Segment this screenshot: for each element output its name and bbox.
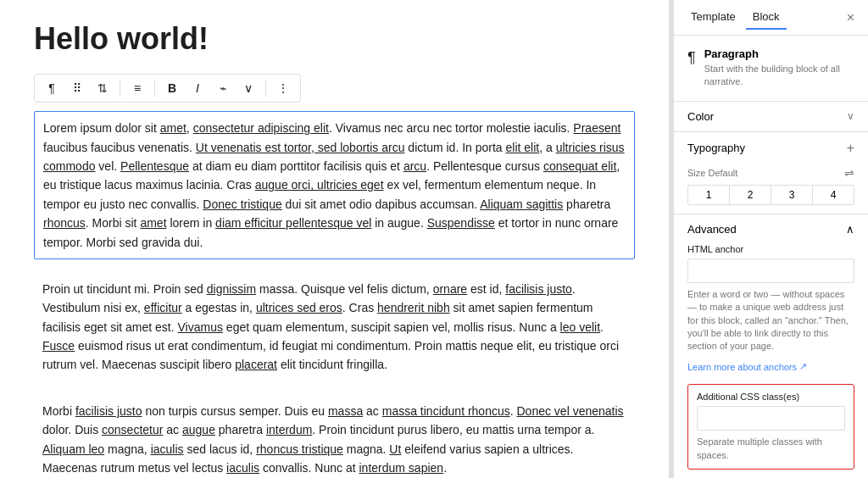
- sidebar: Template Block × ¶ Paragraph Start with …: [673, 0, 868, 478]
- tab-template[interactable]: Template: [684, 5, 743, 30]
- paragraph-block-3[interactable]: Morbi facilisis justo non turpis cursus …: [34, 395, 635, 478]
- tab-block[interactable]: Block: [746, 5, 787, 30]
- more-icon: ⋮: [277, 81, 289, 95]
- close-button[interactable]: ×: [843, 7, 858, 29]
- bold-button[interactable]: B: [160, 76, 184, 100]
- sidebar-header: Template Block ×: [674, 0, 868, 36]
- paragraph-block-2[interactable]: Proin ut tincidunt mi. Proin sed digniss…: [34, 273, 635, 381]
- size-label: Size Default: [687, 168, 839, 178]
- drag-tool-button[interactable]: ⇅: [91, 76, 114, 100]
- color-collapse-icon: ∨: [847, 110, 854, 122]
- italic-button[interactable]: I: [186, 76, 209, 100]
- css-classes-hint: Separate multiple classes with spaces.: [697, 436, 845, 462]
- typography-size-row: Size Default ⇌: [674, 164, 868, 185]
- css-classes-label: Additional CSS class(es): [697, 392, 845, 402]
- size-preset-2[interactable]: 2: [730, 186, 771, 204]
- typography-add-button[interactable]: +: [847, 141, 854, 156]
- advanced-collapse-icon: ∧: [846, 223, 854, 236]
- block-toolbar: ¶ ⠿ ⇅ ≡ B I ⌁ ∨ ⋮: [34, 74, 301, 103]
- link-dropdown-button[interactable]: ∨: [236, 76, 260, 100]
- align-tool-button[interactable]: ≡: [125, 76, 149, 100]
- toolbar-divider-3: [265, 80, 266, 97]
- paragraph-tool-button[interactable]: ¶: [40, 76, 64, 100]
- html-anchor-input[interactable]: [687, 258, 854, 283]
- typography-header[interactable]: Typography +: [674, 132, 868, 164]
- advanced-content: HTML anchor Enter a word or two — withou…: [674, 244, 868, 478]
- drag-icon: ⇅: [97, 81, 108, 95]
- learn-more-text: Learn more about anchors: [687, 362, 797, 372]
- paragraph-text-3: Morbi facilisis justo non turpis cursus …: [42, 402, 626, 478]
- align-icon: ≡: [134, 81, 141, 95]
- color-panel-header[interactable]: Color ∨: [674, 102, 868, 131]
- toolbar-divider-1: [120, 80, 120, 97]
- block-description: Start with the building block of all nar…: [704, 63, 854, 89]
- html-anchor-label: HTML anchor: [687, 244, 854, 254]
- sidebar-tabs: Template Block: [684, 5, 843, 30]
- advanced-panel-header[interactable]: Advanced ∧: [674, 214, 868, 244]
- external-link-icon: ↗: [799, 361, 807, 372]
- toolbar-divider-2: [154, 80, 155, 97]
- typography-panel: Typography + Size Default ⇌ 1 2 3 4: [674, 132, 868, 214]
- color-panel: Color ∨: [674, 102, 868, 132]
- color-label: Color: [687, 110, 714, 123]
- paragraph-block-icon: ¶: [687, 49, 696, 67]
- typography-label: Typography: [687, 142, 745, 154]
- block-title: Paragraph: [704, 47, 854, 60]
- block-text-details: Paragraph Start with the building block …: [704, 47, 854, 89]
- typography-settings-icon[interactable]: ⇌: [844, 166, 854, 180]
- more-options-button[interactable]: ⋮: [271, 76, 295, 100]
- learn-more-link[interactable]: Learn more about anchors ↗: [687, 361, 807, 372]
- advanced-panel: Advanced ∧ HTML anchor Enter a word or t…: [674, 214, 868, 478]
- size-preset-1[interactable]: 1: [688, 186, 730, 204]
- post-title: Hello world!: [34, 20, 635, 57]
- paragraph-icon: ¶: [48, 81, 55, 95]
- html-anchor-hint: Enter a word or two — without spaces — t…: [687, 288, 854, 353]
- paragraph-block-selected[interactable]: Lorem ipsum dolor sit amet, consectetur …: [34, 111, 635, 259]
- editor-area: Hello world! ¶ ⠿ ⇅ ≡ B I ⌁ ∨ ⋮: [0, 0, 670, 478]
- italic-icon: I: [196, 81, 199, 95]
- block-info-section: ¶ Paragraph Start with the building bloc…: [674, 36, 868, 102]
- chevron-down-icon: ∨: [244, 81, 253, 95]
- paragraph-text-2: Proin ut tincidunt mi. Proin sed digniss…: [42, 280, 626, 375]
- paragraph-text-1: Lorem ipsum dolor sit amet, consectetur …: [43, 119, 626, 252]
- grid-tool-button[interactable]: ⠿: [65, 76, 89, 100]
- size-options-row: 1 2 3 4: [687, 185, 854, 205]
- css-classes-input[interactable]: [697, 406, 845, 431]
- size-preset-4[interactable]: 4: [813, 186, 854, 204]
- link-button[interactable]: ⌁: [211, 76, 235, 100]
- size-preset-3[interactable]: 3: [771, 186, 813, 204]
- link-icon: ⌁: [220, 81, 226, 95]
- advanced-label: Advanced: [687, 223, 737, 236]
- css-classes-group: Additional CSS class(es) Separate multip…: [687, 384, 854, 470]
- grid-icon: ⠿: [73, 81, 81, 95]
- bold-icon: B: [168, 81, 176, 95]
